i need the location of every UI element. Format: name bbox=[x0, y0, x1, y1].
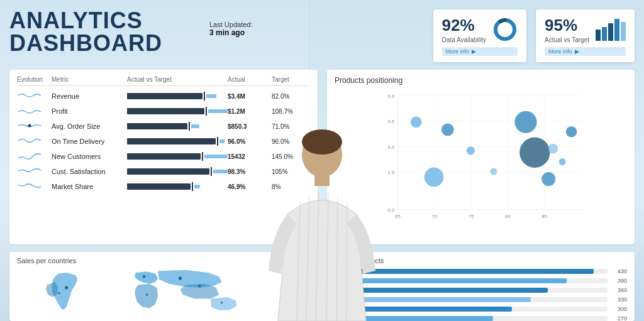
evolution-icon-delivery bbox=[17, 136, 52, 147]
kpi-more-info-1[interactable]: More info ▶ bbox=[442, 47, 518, 56]
evolution-icon-market bbox=[17, 181, 52, 192]
svg-point-30 bbox=[179, 276, 182, 280]
svg-rect-2 bbox=[314, 173, 330, 186]
kpi-cards-container: 92% Data Availability More info ▶ bbox=[433, 9, 635, 62]
svg-point-4 bbox=[496, 20, 514, 39]
title-block: ANALYTICS DASHBOARD bbox=[9, 9, 162, 55]
evolution-icon-avg-order bbox=[17, 121, 52, 132]
evolution-icon-satisfaction bbox=[17, 166, 52, 177]
bubble bbox=[541, 172, 555, 186]
svg-text:75: 75 bbox=[469, 214, 474, 219]
svg-point-27 bbox=[65, 286, 68, 289]
bar-chart-mini bbox=[596, 19, 626, 41]
svg-point-28 bbox=[58, 292, 60, 295]
svg-text:70: 70 bbox=[432, 214, 438, 219]
chart-title: Products positioning bbox=[335, 76, 627, 85]
kpi-more-info-2[interactable]: More info ▶ bbox=[545, 47, 626, 56]
evolution-icon-revenue bbox=[17, 90, 52, 102]
svg-point-6 bbox=[28, 124, 31, 128]
svg-point-33 bbox=[146, 294, 148, 297]
svg-text:85: 85 bbox=[541, 214, 547, 219]
evolution-icon-profit bbox=[17, 106, 52, 117]
kpi-label-1: Data Availability bbox=[442, 36, 486, 43]
bubble bbox=[425, 167, 444, 187]
svg-point-29 bbox=[143, 275, 145, 278]
dashboard-title: ANALYTICS DASHBOARD bbox=[9, 9, 162, 55]
table-row: Profit $1.2M 108.7% bbox=[17, 104, 310, 119]
dashboard-header: ANALYTICS DASHBOARD Last Updated: 3 min … bbox=[9, 9, 635, 62]
evolution-icon-customers bbox=[17, 151, 52, 162]
kpi-percent-1: 92% bbox=[442, 16, 486, 35]
kpi-percent-2: 95% bbox=[545, 16, 589, 35]
bubble bbox=[467, 146, 475, 155]
last-updated: Last Updated: 3 min ago bbox=[209, 21, 253, 37]
kpi-card-actual-target: 95% Actual vs Target More info ▶ bbox=[536, 9, 635, 62]
person-silhouette bbox=[253, 120, 391, 321]
kpi-label-2: Actual vs Target bbox=[545, 36, 589, 43]
svg-text:80: 80 bbox=[505, 214, 511, 219]
bubble bbox=[548, 144, 558, 153]
svg-point-31 bbox=[198, 285, 201, 287]
donut-chart bbox=[492, 17, 518, 42]
table-row: Revenue $3.4M 82.0% bbox=[17, 89, 310, 104]
last-updated-block: Last Updated: 3 min ago bbox=[184, 16, 253, 37]
metrics-header: Evolution Metric Actual vs Target Actual… bbox=[17, 76, 310, 86]
svg-text:65: 65 bbox=[395, 214, 401, 219]
kpi-card-data-availability: 92% Data Availability More info ▶ bbox=[433, 9, 526, 62]
svg-text:6.0: 6.0 bbox=[387, 94, 394, 99]
bubble bbox=[566, 126, 577, 138]
bubble bbox=[411, 117, 422, 128]
bubble bbox=[490, 168, 497, 175]
svg-point-32 bbox=[221, 302, 223, 304]
bubble bbox=[559, 158, 566, 165]
bubble bbox=[441, 124, 454, 136]
bubble bbox=[514, 111, 536, 133]
svg-point-1 bbox=[302, 129, 342, 155]
bubble bbox=[519, 138, 550, 168]
